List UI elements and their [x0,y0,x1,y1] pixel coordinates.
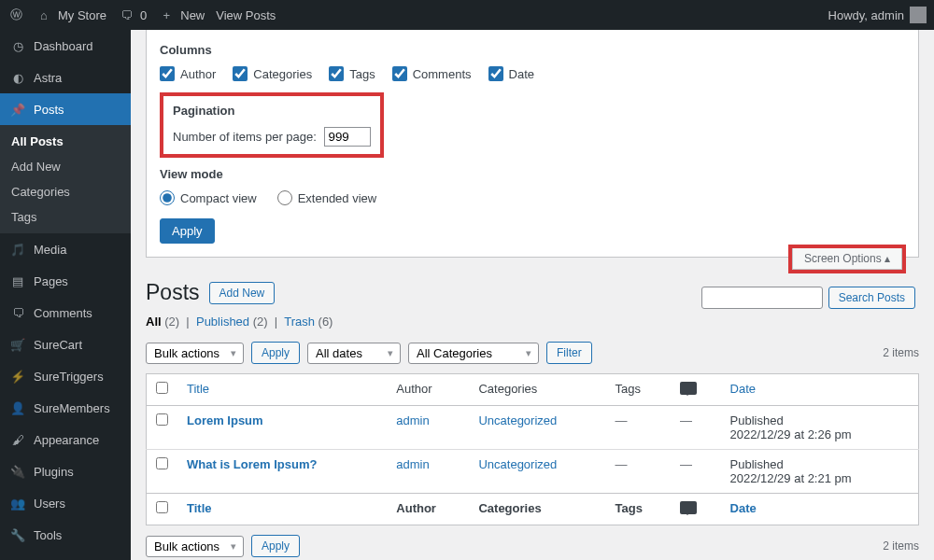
columns-checkboxes: Author Categories Tags Comments Date [160,66,905,81]
checkbox-date[interactable] [488,66,503,81]
checkbox-comments[interactable] [392,66,407,81]
search-box: Search Posts [701,287,915,309]
column-tags-toggle[interactable]: Tags [329,66,375,81]
main-content: Columns Author Categories Tags Comments … [131,30,934,560]
post-title-link[interactable]: What is Lorem Ipsum? [187,457,317,471]
add-new-button[interactable]: Add New [209,282,276,304]
pagination-heading: Pagination [173,104,371,118]
site-name-link[interactable]: ⌂My Store [35,7,106,23]
avatar [910,7,927,23]
checkbox-label: Date [509,67,534,81]
columns-heading: Columns [160,43,905,57]
date-filter-select[interactable]: All dates [307,343,401,364]
sidebar-item-users[interactable]: 👥Users [0,487,131,519]
sidebar-item-tools[interactable]: 🔧Tools [0,519,131,551]
category-link[interactable]: Uncategorized [478,457,557,471]
col-title[interactable]: Title [187,382,209,396]
sidebar-label: SureTriggers [34,370,104,384]
apply-bulk-button-bottom[interactable]: Apply [251,535,300,557]
comments-link[interactable]: 🗨0 [118,7,147,23]
radio-compact[interactable] [160,190,175,205]
radio-label: Compact view [180,191,257,205]
author-link[interactable]: admin [396,457,429,471]
radio-extended[interactable] [277,190,292,205]
screen-options-label: Screen Options [804,252,882,265]
plus-icon: + [158,7,175,23]
cart-icon: 🛒 [9,336,26,353]
sidebar-item-settings[interactable]: ⚙Settings [0,551,131,560]
author-link[interactable]: admin [396,413,429,427]
column-categories-toggle[interactable]: Categories [233,66,312,81]
checkbox-author[interactable] [160,66,175,81]
col-categories-foot: Categories [469,494,605,525]
col-author: Author [387,374,469,406]
view-posts-link[interactable]: View Posts [216,8,276,22]
compact-view-option[interactable]: Compact view [160,190,257,205]
row-checkbox[interactable] [156,413,168,426]
search-input[interactable] [701,287,823,309]
howdy-link[interactable]: Howdy, admin [828,7,927,23]
sidebar-item-suretriggers[interactable]: ⚡SureTriggers [0,360,131,392]
sidebar-item-surecart[interactable]: 🛒SureCart [0,329,131,360]
new-label: New [180,8,205,22]
checkbox-categories[interactable] [233,66,248,81]
triangle-up-icon: ▴ [884,252,890,265]
sidebar-label: Posts [34,103,64,117]
screen-options-toggle[interactable]: Screen Options ▴ [792,248,902,270]
sidebar-item-comments[interactable]: 🗨Comments [0,297,131,329]
apply-bulk-button[interactable]: Apply [251,342,300,364]
select-all-bottom[interactable] [156,501,168,513]
filter-trash[interactable]: Trash [284,315,315,329]
view-posts-label: View Posts [216,8,276,22]
trash-count: (6) [318,315,333,329]
filter-all[interactable]: All [146,315,162,329]
new-content-link[interactable]: +New [158,7,205,23]
submenu-all-posts[interactable]: All Posts [0,129,131,154]
column-date-toggle[interactable]: Date [488,66,534,81]
submenu-add-new[interactable]: Add New [0,154,131,179]
col-author-foot: Author [387,494,469,525]
apply-screen-options-button[interactable]: Apply [160,218,215,244]
filter-published[interactable]: Published [196,315,249,329]
sidebar-label: SureCart [34,338,82,352]
person-icon: 👤 [9,399,26,416]
col-title-foot[interactable]: Title [187,501,212,515]
extended-view-option[interactable]: Extended view [277,190,377,205]
submenu-categories[interactable]: Categories [0,179,131,204]
sidebar-item-plugins[interactable]: 🔌Plugins [0,455,131,487]
submenu-tags[interactable]: Tags [0,204,131,230]
wp-logo[interactable]: ⓦ [7,7,24,23]
select-all-top[interactable] [156,382,168,394]
items-count-bottom: 2 items [883,539,919,553]
checkbox-label: Comments [413,67,472,81]
bulk-actions-select-bottom[interactable]: Bulk actions [146,536,244,557]
checkbox-tags[interactable] [329,66,344,81]
category-filter-select[interactable]: All Categories [408,343,539,364]
column-author-toggle[interactable]: Author [160,66,216,81]
items-per-page-input[interactable] [324,127,371,147]
sidebar-item-suremembers[interactable]: 👤SureMembers [0,392,131,424]
filter-button[interactable]: Filter [546,342,592,364]
col-date[interactable]: Date [730,382,756,396]
col-date-foot[interactable]: Date [730,501,757,515]
sidebar-item-posts[interactable]: 📌Posts [0,93,131,125]
pagination-section-highlight: Pagination Number of items per page: [160,92,384,158]
col-tags: Tags [606,374,672,406]
sidebar-label: SureMembers [34,401,110,415]
tags-cell: — [606,406,672,450]
column-comments-toggle[interactable]: Comments [392,66,472,81]
post-title-link[interactable]: Lorem Ipsum [187,413,263,427]
sidebar-item-media[interactable]: 🎵Media [0,233,131,265]
tablenav-bottom: Bulk actions Apply 2 items [131,529,934,560]
date-cell: Published2022/12/29 at 2:21 pm [721,450,919,494]
bulk-actions-select[interactable]: Bulk actions [146,343,244,364]
screen-options-tab-highlight: Screen Options ▴ [788,245,906,273]
search-posts-button[interactable]: Search Posts [828,287,915,309]
sidebar-item-pages[interactable]: ▤Pages [0,265,131,297]
row-checkbox[interactable] [156,457,168,469]
sidebar-item-appearance[interactable]: 🖌Appearance [0,424,131,455]
sidebar-item-dashboard[interactable]: ◷Dashboard [0,30,131,62]
sidebar-item-astra[interactable]: ◐Astra [0,62,131,93]
page-icon: ▤ [9,273,26,289]
category-link[interactable]: Uncategorized [478,413,557,427]
